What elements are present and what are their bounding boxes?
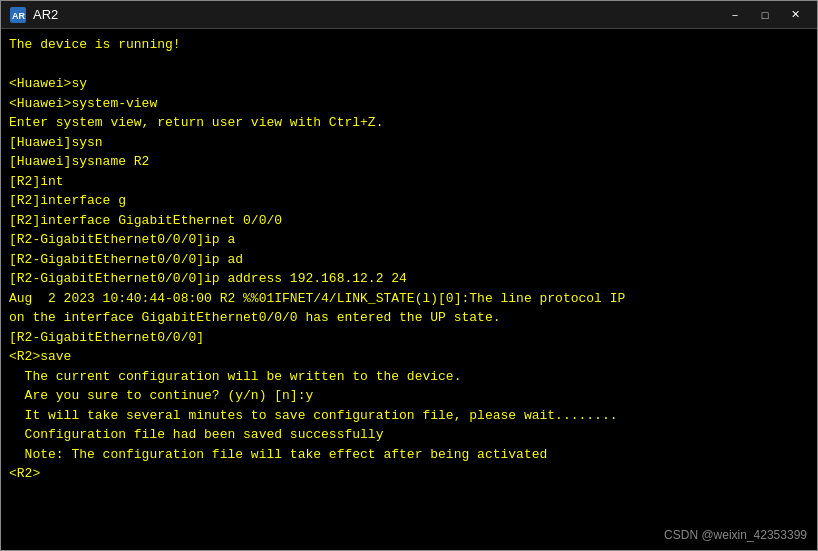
terminal-window: AR AR2 − □ ✕ The device is running! <Hua… (0, 0, 818, 551)
titlebar: AR AR2 − □ ✕ (1, 1, 817, 29)
terminal-body[interactable]: The device is running! <Huawei>sy <Huawe… (1, 29, 817, 550)
svg-text:AR: AR (12, 11, 25, 21)
app-icon: AR (9, 6, 27, 24)
minimize-button[interactable]: − (721, 4, 749, 26)
close-button[interactable]: ✕ (781, 4, 809, 26)
watermark: CSDN @weixin_42353399 (664, 528, 807, 542)
window-title: AR2 (33, 7, 721, 22)
terminal-output: The device is running! <Huawei>sy <Huawe… (9, 35, 809, 484)
maximize-button[interactable]: □ (751, 4, 779, 26)
window-controls: − □ ✕ (721, 4, 809, 26)
